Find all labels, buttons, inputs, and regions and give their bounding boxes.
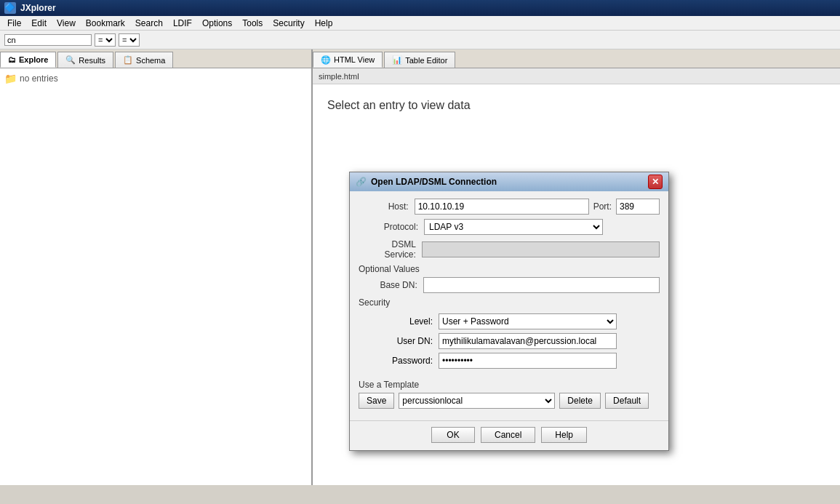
connection-dialog: 🔗 Open LDAP/DSML Connection ✕ Host: P <box>349 172 669 451</box>
schema-icon: 📋 <box>123 55 133 65</box>
protocol-row: Protocol: LDAP v3 LDAP v2 DSML <box>359 219 660 235</box>
port-input[interactable] <box>616 199 660 215</box>
html-view-icon: 🌐 <box>321 55 331 65</box>
no-entries-row: 📁 no entries <box>4 73 307 84</box>
search-input[interactable] <box>4 34 92 46</box>
menu-security[interactable]: Security <box>268 17 308 30</box>
app-icon: 🔷 <box>4 2 16 14</box>
tab-explore-label: Explore <box>19 55 48 64</box>
dialog-title-label: Open LDAP/DSML Connection <box>371 177 497 187</box>
dsml-input <box>422 241 660 257</box>
explore-icon: 🗂 <box>8 55 16 64</box>
default-button[interactable]: Default <box>605 393 649 409</box>
template-row: Save percussionlocal Delete Default <box>359 393 660 409</box>
help-button[interactable]: Help <box>541 427 587 443</box>
menu-ldif[interactable]: LDIF <box>169 17 196 30</box>
operator-select-2[interactable]: = <box>119 33 140 47</box>
template-section: Use a Template Save percussionlocal Dele… <box>359 380 660 409</box>
dialog-body: Host: Port: Protocol: LDAP v3 <box>350 191 668 420</box>
dialog-title-icon: 🔗 <box>356 177 367 187</box>
port-label: Port: <box>593 201 612 212</box>
right-tab-bar: 🌐 HTML View 📊 Table Editor <box>313 49 840 68</box>
userdn-label: User DN: <box>388 336 439 346</box>
host-input[interactable] <box>415 199 589 215</box>
userdn-row: User DN: <box>359 333 660 349</box>
level-select[interactable]: User + Password Anonymous SASL <box>439 313 617 329</box>
path-label: simple.html <box>319 72 359 81</box>
menu-bookmark[interactable]: Bookmark <box>81 17 129 30</box>
menu-tools[interactable]: Tools <box>238 17 267 30</box>
menu-bar: File Edit View Bookmark Search LDIF Opti… <box>0 16 840 31</box>
tab-results-label: Results <box>79 56 105 65</box>
left-panel: 🗂 Explore 🔍 Results 📋 Schema 📁 no entrie… <box>0 49 313 485</box>
app-title: JXplorer <box>20 3 56 13</box>
cancel-button[interactable]: Cancel <box>481 427 535 443</box>
title-bar: 🔷 JXplorer <box>0 0 840 16</box>
folder-icon: 📁 <box>4 73 17 84</box>
menu-file[interactable]: File <box>3 17 25 30</box>
tab-explore[interactable]: 🗂 Explore <box>0 52 56 68</box>
userdn-input[interactable] <box>439 333 617 349</box>
tab-table-editor-label: Table Editor <box>405 56 447 65</box>
dialog-title-bar: 🔗 Open LDAP/DSML Connection ✕ <box>350 172 668 191</box>
menu-search[interactable]: Search <box>131 17 167 30</box>
basedn-label: Base DN: <box>359 280 423 290</box>
protocol-select[interactable]: LDAP v3 LDAP v2 DSML <box>424 219 603 235</box>
toolbar: = = <box>0 31 840 49</box>
security-inner: Level: User + Password Anonymous SASL <box>359 311 660 375</box>
dialog-title-text: 🔗 Open LDAP/DSML Connection <box>356 177 497 187</box>
tab-schema[interactable]: 📋 Schema <box>115 52 173 68</box>
dsml-row: DSML Service: <box>359 239 660 260</box>
level-row: Level: User + Password Anonymous SASL <box>359 313 660 329</box>
left-content: 📁 no entries <box>0 68 311 485</box>
password-input[interactable] <box>439 353 617 369</box>
level-label: Level: <box>388 316 439 327</box>
tab-results[interactable]: 🔍 Results <box>57 52 113 68</box>
operator-select-1[interactable]: = <box>95 33 116 47</box>
tab-html-view[interactable]: 🌐 HTML View <box>313 52 383 68</box>
ok-button[interactable]: OK <box>431 427 475 443</box>
results-icon: 🔍 <box>65 55 76 65</box>
tab-schema-label: Schema <box>136 56 165 65</box>
path-bar: simple.html <box>313 68 840 84</box>
basedn-input[interactable] <box>423 277 660 293</box>
basedn-row: Base DN: <box>359 277 660 293</box>
security-label: Security <box>359 297 660 308</box>
host-port-row: Port: <box>415 199 660 215</box>
menu-edit[interactable]: Edit <box>27 17 51 30</box>
dialog-footer: OK Cancel Help <box>350 420 668 450</box>
dsml-label: DSML Service: <box>359 239 422 260</box>
no-entries-label: no entries <box>20 73 58 84</box>
protocol-label: Protocol: <box>359 222 424 232</box>
main-layout: 🗂 Explore 🔍 Results 📋 Schema 📁 no entrie… <box>0 49 840 485</box>
password-label: Password: <box>388 356 439 366</box>
menu-options[interactable]: Options <box>198 17 236 30</box>
tab-table-editor[interactable]: 📊 Table Editor <box>384 52 455 68</box>
menu-view[interactable]: View <box>52 17 80 30</box>
left-tab-bar: 🗂 Explore 🔍 Results 📋 Schema <box>0 49 311 68</box>
table-editor-icon: 📊 <box>392 55 402 65</box>
template-label: Use a Template <box>359 380 660 390</box>
host-label: Host: <box>359 201 415 212</box>
tab-html-view-label: HTML View <box>334 55 375 64</box>
host-row: Host: Port: <box>359 199 660 215</box>
dialog-close-button[interactable]: ✕ <box>648 175 663 189</box>
right-content: Select an entry to view data 🔗 Open LDAP… <box>313 84 840 485</box>
menu-help[interactable]: Help <box>311 17 337 30</box>
template-select[interactable]: percussionlocal <box>399 393 555 409</box>
optional-label: Optional Values <box>359 264 660 274</box>
save-button[interactable]: Save <box>359 393 394 409</box>
password-row: Password: <box>359 353 660 369</box>
right-panel: 🌐 HTML View 📊 Table Editor simple.html S… <box>313 49 840 485</box>
dialog-overlay: 🔗 Open LDAP/DSML Connection ✕ Host: P <box>313 84 840 485</box>
delete-button[interactable]: Delete <box>559 393 601 409</box>
security-section: Level: User + Password Anonymous SASL <box>359 311 660 375</box>
